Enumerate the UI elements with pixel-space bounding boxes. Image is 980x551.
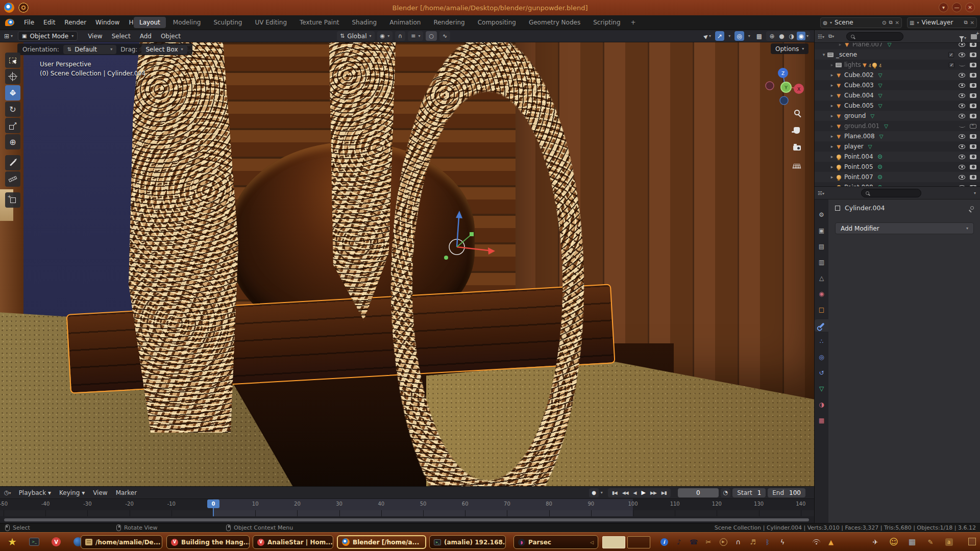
snap-with-dropdown[interactable]: ≡▾ <box>408 31 423 41</box>
taskbar-window-parsec[interactable]: ◗Parsec◁ <box>513 535 598 549</box>
timeline-menu-playback[interactable]: Playback ▾ <box>15 488 55 498</box>
render-visibility-off-icon[interactable] <box>970 124 976 129</box>
outliner-row-cube-003[interactable]: ▸▼Cube.003▽ <box>815 80 980 90</box>
properties-search-input[interactable] <box>861 189 921 197</box>
scene-selector[interactable]: ◍ ▾ Scene ⊙ ⧉ ✕ <box>820 17 902 28</box>
viewport-menu-object[interactable]: Object <box>157 31 185 41</box>
render-visibility-icon[interactable] <box>970 104 976 108</box>
shading-material-button[interactable]: ◑ <box>787 32 796 40</box>
play-tray-icon[interactable]: ▶ <box>719 537 728 546</box>
render-visibility-icon[interactable] <box>970 63 976 67</box>
jump-start-button[interactable]: ▮◀ <box>610 490 619 495</box>
visibility-eye-icon[interactable] <box>959 175 965 180</box>
properties-tab-constraints[interactable]: ↺ <box>815 367 828 379</box>
render-visibility-icon[interactable] <box>970 175 976 180</box>
taskbar-window-blender-home-a-[interactable]: Blender [/home/a... <box>337 535 426 549</box>
blender-logo-icon[interactable] <box>5 19 14 26</box>
shading-wireframe-button[interactable]: ⊕ <box>768 32 776 40</box>
wifi-tray-icon[interactable] <box>812 537 821 546</box>
add-modifier-button[interactable]: Add Modifier ▾ <box>835 222 974 234</box>
region-expand-icon[interactable]: › <box>1 501 3 506</box>
visibility-eye-icon[interactable] <box>959 165 965 169</box>
disclosure-icon[interactable]: ▸ <box>829 93 835 98</box>
xray-toggle[interactable]: ▩ <box>754 31 764 41</box>
new-viewlayer-icon[interactable]: ⧉ <box>964 19 967 26</box>
3d-viewport-canvas[interactable]: User Perspective (0) Scene Collection | … <box>0 42 814 486</box>
workspace-tab-scripting[interactable]: Scripting <box>587 17 626 28</box>
render-visibility-icon[interactable] <box>970 114 976 118</box>
workspace-tab-animation[interactable]: Animation <box>384 17 426 28</box>
visibility-eye-icon[interactable] <box>959 155 965 159</box>
visibility-eye-icon[interactable] <box>959 114 965 118</box>
warning-tray-icon[interactable]: ▲ <box>826 537 836 546</box>
selectability-dropdown[interactable]: ▶ ▾ <box>702 31 713 41</box>
outliner-row-lights[interactable]: ▸lights▼44✓ <box>815 60 980 70</box>
render-visibility-icon[interactable] <box>970 83 976 88</box>
outliner-row-point-005[interactable]: ▸Point.005 <box>815 162 980 172</box>
workspace-tab-geometry-nodes[interactable]: Geometry Nodes <box>523 17 586 28</box>
play-button[interactable]: ▶ <box>640 489 647 496</box>
properties-tab-scene[interactable]: △ <box>815 272 828 284</box>
render-visibility-icon[interactable] <box>970 165 976 169</box>
add-cube-tool[interactable] <box>5 192 20 208</box>
timeline-track[interactable] <box>0 510 814 516</box>
disclosure-icon[interactable]: ▾ <box>821 52 827 57</box>
transform-tool[interactable] <box>5 134 20 149</box>
visibility-eye-icon[interactable] <box>959 144 965 149</box>
disclosure-icon[interactable]: ▸ <box>829 154 835 159</box>
shading-rendered-button[interactable]: ◉ <box>797 32 805 40</box>
properties-tab-modifiers[interactable] <box>815 319 828 332</box>
visibility-eye-icon[interactable] <box>959 73 965 78</box>
disclosure-icon[interactable]: ▸ <box>837 43 843 47</box>
editor-type-button[interactable]: ⊞ ▾ <box>4 33 13 40</box>
emoji-tray-icon[interactable]: ☺ <box>889 537 898 546</box>
timeline-editor-dropdown[interactable]: ◷▾ <box>4 489 11 496</box>
properties-tab-material[interactable]: ◑ <box>815 398 828 411</box>
media-player-launcher-icon[interactable]: V <box>50 536 62 548</box>
outliner-row--scene[interactable]: ▾_scene✓ <box>815 49 980 60</box>
keying-dropdown[interactable]: ▾ <box>601 490 603 495</box>
new-scene-icon[interactable]: ⧉ <box>889 19 892 26</box>
shading-dropdown[interactable]: ▾ <box>806 34 808 38</box>
navigation-gizmo[interactable]: Z X Y <box>764 65 806 108</box>
collection-checkbox[interactable]: ✓ <box>948 52 954 58</box>
outliner-row-point-007[interactable]: ▸Point.007 <box>815 172 980 182</box>
info-tray-icon[interactable]: i <box>659 537 669 546</box>
outliner-row-point-004[interactable]: ▸Point.004 <box>815 152 980 162</box>
visibility-eye-icon[interactable] <box>959 134 965 139</box>
prev-keyframe-button[interactable]: ◀◀ <box>621 490 630 495</box>
render-visibility-icon[interactable] <box>970 134 976 139</box>
workspace-tab-texture-paint[interactable]: Texture Paint <box>294 17 345 28</box>
playhead[interactable]: 0 <box>207 499 219 508</box>
collection-checkbox[interactable]: ✓ <box>949 62 954 68</box>
outliner-row-ground-001[interactable]: ▸▼ground.001▽ <box>815 121 980 131</box>
visibility-eye-icon[interactable] <box>959 93 965 98</box>
filter-funnel-icon[interactable]: ▾ <box>959 32 966 41</box>
proportional-edit-toggle[interactable]: ○ <box>426 31 437 41</box>
visibility-eye-icon[interactable] <box>959 53 965 57</box>
workspace-2-button[interactable] <box>627 536 650 548</box>
timeline-menu-keying[interactable]: Keying ▾ <box>56 488 88 498</box>
pan-hand-icon[interactable] <box>790 123 803 137</box>
drag-dropdown[interactable]: Select Box ▾ <box>141 45 187 54</box>
measure-tool[interactable] <box>5 171 20 187</box>
window-menu-button[interactable]: ▾ <box>939 3 948 12</box>
properties-tab-tool[interactable]: ⚙ <box>815 209 828 221</box>
frame-start-field[interactable]: Start1 <box>732 488 766 497</box>
disclosure-icon[interactable]: ▸ <box>829 144 835 149</box>
jump-end-button[interactable]: ▶▮ <box>660 490 668 495</box>
menu-edit[interactable]: Edit <box>39 17 60 28</box>
music-tray-icon[interactable]: ♪ <box>674 537 683 546</box>
show-desktop-button[interactable] <box>968 538 976 545</box>
current-frame-field[interactable]: 0 <box>678 488 719 497</box>
bluetooth-tray-icon[interactable]: ᛒ <box>763 537 772 546</box>
disclosure-icon[interactable]: ▸ <box>829 123 835 129</box>
render-visibility-icon[interactable] <box>970 155 976 159</box>
package-tray-icon[interactable]: a <box>944 537 953 546</box>
outliner-row-cube-005[interactable]: ▸▼Cube.005▽ <box>815 101 980 111</box>
pin-icon[interactable]: ⊙ <box>882 20 886 26</box>
cursor-tool[interactable] <box>5 69 20 84</box>
terminal-launcher-icon[interactable]: >_ <box>28 536 40 548</box>
taskbar-window-building-the-hang-[interactable]: VBuilding the Hang... <box>166 535 250 549</box>
viewport-menu-view[interactable]: View <box>84 31 106 41</box>
